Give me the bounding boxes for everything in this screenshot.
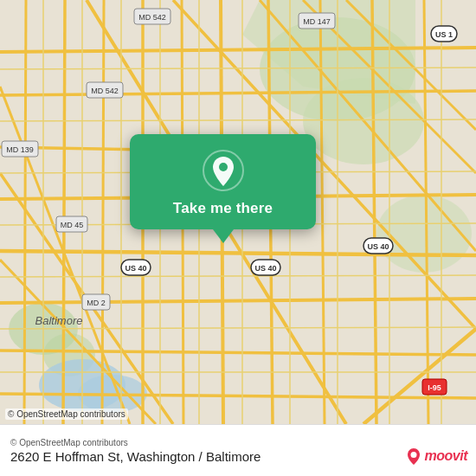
svg-point-77 <box>219 163 228 171</box>
svg-text:MD 542: MD 542 <box>91 87 119 95</box>
svg-text:MD 45: MD 45 <box>61 221 84 229</box>
svg-text:MD 2: MD 2 <box>87 299 106 307</box>
map-attribution: © OpenStreetMap contributors <box>5 408 128 420</box>
svg-text:US 40: US 40 <box>125 264 146 273</box>
svg-text:MD 139: MD 139 <box>6 145 34 154</box>
bottom-bar: © OpenStreetMap contributors 2620 E Hoff… <box>0 424 476 476</box>
address-line: 2620 E Hoffman St, Washington / Baltimor… <box>10 449 466 464</box>
svg-line-18 <box>63 0 65 424</box>
svg-text:I-95: I-95 <box>428 383 441 392</box>
svg-text:MD 542: MD 542 <box>138 13 166 22</box>
location-pin-icon <box>203 150 244 191</box>
map-container: MD 542 MD 542 MD 147 US 1 MD 139 MD 45 M… <box>0 0 476 424</box>
svg-text:US 1: US 1 <box>435 30 453 39</box>
svg-point-4 <box>376 195 472 273</box>
svg-text:US 40: US 40 <box>367 242 389 251</box>
svg-text:MD 147: MD 147 <box>303 17 331 26</box>
popup-card[interactable]: Take me there <box>130 134 316 229</box>
svg-text:US 40: US 40 <box>254 264 276 273</box>
svg-point-78 <box>410 452 416 458</box>
moovit-logo: moovit <box>404 447 467 466</box>
take-me-there-button[interactable]: Take me there <box>173 200 273 217</box>
svg-line-19 <box>102 0 104 424</box>
moovit-brand: moovit <box>425 448 467 464</box>
osm-attribution: © OpenStreetMap contributors <box>10 438 466 447</box>
svg-text:Baltimore: Baltimore <box>35 314 83 327</box>
moovit-pin-icon <box>404 447 423 466</box>
